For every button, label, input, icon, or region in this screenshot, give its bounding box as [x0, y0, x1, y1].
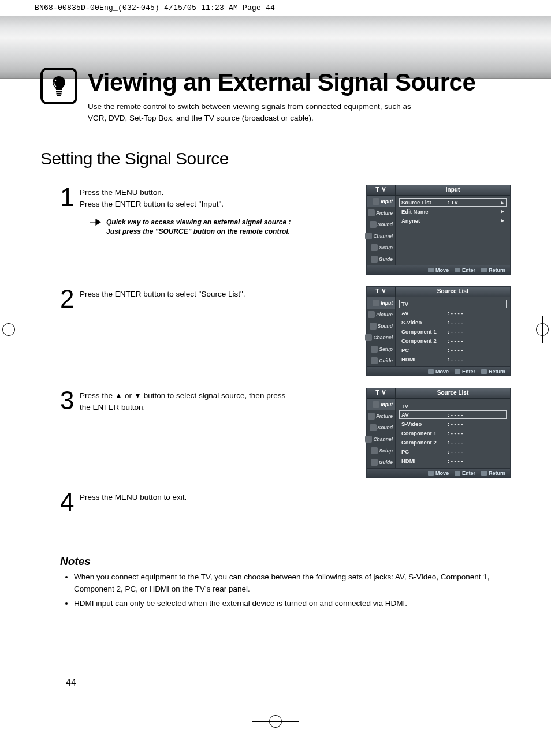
- step-text: Press the MENU button.: [80, 188, 164, 197]
- osd-panel-sourcelist-1: T V Source List Input Picture Sound Chan…: [366, 286, 511, 376]
- tip-arrow-icon: [90, 219, 102, 226]
- note-item: HDMI input can only be selected when the…: [74, 598, 511, 610]
- osd-top-left: T V: [367, 185, 396, 195]
- crop-mark-icon: [529, 316, 551, 343]
- osd-sidebar: Input Picture Sound Channel Setup Guide: [367, 399, 396, 468]
- osd-row: HDMI: - - - -: [399, 354, 507, 364]
- osd-side-item: Picture: [376, 312, 393, 317]
- osd-side-item: Input: [381, 300, 393, 306]
- osd-top-left: T V: [367, 287, 396, 297]
- step-number: 1: [60, 185, 80, 210]
- osd-row: Edit Name▸: [399, 207, 507, 216]
- osd-side-item: Input: [381, 402, 393, 407]
- page-number: 44: [66, 678, 76, 688]
- step-text: Press the ▲ or ▼ button to select signal…: [80, 390, 288, 414]
- osd-row: AV: - - - -: [399, 410, 507, 419]
- osd-side-item: Setup: [379, 346, 393, 352]
- osd-footer: Move Enter Return: [367, 366, 510, 376]
- osd-side-item: Channel: [373, 335, 393, 340]
- osd-row: PC: - - - -: [399, 345, 507, 354]
- tip-text: Quick way to access viewing an external …: [106, 218, 291, 226]
- osd-row: Source List: TV▸: [399, 198, 507, 207]
- step-4: 4 Press the MENU button to exit.: [60, 489, 511, 515]
- step-number: 4: [60, 489, 80, 515]
- step-text: Press the MENU button to exit.: [80, 492, 288, 503]
- osd-footer: Move Enter Return: [367, 265, 510, 274]
- print-header: BN68-00835D-00Eng_(032~045) 4/15/05 11:2…: [0, 0, 551, 12]
- tip-text: Just press the "SOURCE" button on the re…: [106, 227, 290, 235]
- osd-side-item: Channel: [373, 233, 393, 239]
- osd-row: S-Video: - - - -: [399, 317, 507, 327]
- osd-top-title: Source List: [396, 287, 510, 297]
- osd-row: Component 1: - - - -: [399, 327, 507, 336]
- osd-row: Anynet▸: [399, 216, 507, 225]
- osd-row: Component 2: - - - -: [399, 437, 507, 447]
- osd-row: HDMI: - - - -: [399, 456, 507, 465]
- step-2: 2 Press the ENTER button to select "Sour…: [60, 286, 511, 376]
- osd-side-item: Guide: [379, 459, 393, 465]
- page-title: Viewing an External Signal Source: [88, 69, 475, 96]
- osd-side-item: Picture: [376, 413, 393, 419]
- osd-top-title: Source List: [396, 388, 510, 398]
- step-1: 1 Press the MENU button. Press the ENTER…: [60, 185, 511, 275]
- osd-side-item: Channel: [373, 436, 393, 442]
- notes-title: Notes: [60, 555, 511, 568]
- osd-row: AV: - - - -: [399, 308, 507, 317]
- osd-row: TV: [399, 300, 507, 308]
- step-text: Press the ENTER button to select "Source…: [80, 289, 288, 300]
- osd-top-left: T V: [367, 388, 396, 398]
- svg-point-0: [55, 80, 57, 81]
- osd-sidebar: Input Picture Sound Channel Setup Guide: [367, 196, 396, 265]
- osd-side-item: Input: [381, 199, 393, 204]
- osd-top-title: Input: [396, 185, 510, 195]
- osd-panel-input: T V Input Input Picture Sound Channel Se…: [366, 185, 511, 275]
- osd-side-item: Setup: [379, 448, 393, 454]
- osd-side-item: Sound: [378, 222, 393, 227]
- step-number: 3: [60, 388, 80, 413]
- crop-mark-icon: [0, 316, 22, 343]
- step-number: 2: [60, 286, 80, 312]
- osd-row: PC: - - - -: [399, 447, 507, 456]
- osd-side-item: Guide: [379, 256, 393, 262]
- page-subtitle: Use the remote control to switch between…: [88, 101, 423, 123]
- section-title: Setting the Signal Source: [40, 149, 511, 169]
- step-3: 3 Press the ▲ or ▼ button to select sign…: [60, 388, 511, 478]
- osd-side-item: Guide: [379, 358, 393, 364]
- osd-side-item: Picture: [376, 210, 393, 216]
- osd-sidebar: Input Picture Sound Channel Setup Guide: [367, 297, 396, 366]
- osd-panel-sourcelist-2: T V Source List Input Picture Sound Chan…: [366, 388, 511, 478]
- step-text: Press the ENTER button to select "Input"…: [80, 200, 224, 208]
- osd-footer: Move Enter Return: [367, 468, 510, 477]
- osd-row: S-Video: - - - -: [399, 419, 507, 428]
- osd-row: Component 1: - - - -: [399, 428, 507, 437]
- crop-mark-icon: [252, 710, 299, 733]
- osd-side-item: Setup: [379, 245, 393, 250]
- osd-row: Component 2: - - - -: [399, 336, 507, 345]
- osd-side-item: Sound: [378, 323, 393, 329]
- note-item: When you connect equipment to the TV, yo…: [74, 571, 511, 596]
- osd-row: TV: [399, 401, 507, 410]
- osd-side-item: Sound: [378, 425, 393, 431]
- lightbulb-icon: [40, 68, 77, 104]
